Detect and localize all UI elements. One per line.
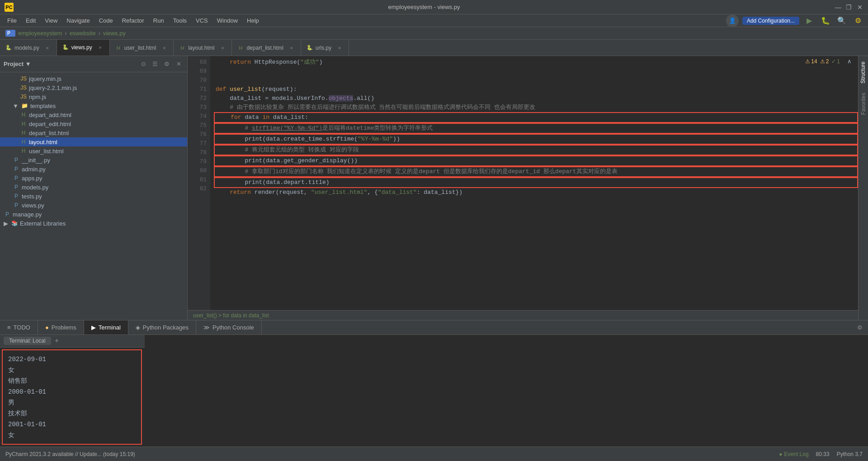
terminal-icon: ▶ bbox=[91, 324, 96, 331]
code-line-71: def user_list(request): bbox=[214, 85, 858, 94]
search-everywhere-button[interactable]: 🔍 bbox=[835, 14, 848, 27]
tab-layout-html[interactable]: H layout.html × bbox=[174, 40, 232, 56]
update-notification[interactable]: PyCharm 2021.3.2 available // Update... … bbox=[5, 451, 135, 457]
menu-file[interactable]: File bbox=[4, 16, 20, 25]
code-area[interactable]: return HttpResponse("成功") def user_list(… bbox=[210, 56, 858, 310]
folder-chevron-down: ▼ bbox=[13, 103, 19, 109]
tree-item-manage[interactable]: P manage.py bbox=[0, 210, 187, 219]
titlebar-left: PC bbox=[5, 3, 14, 12]
tab-models-close[interactable]: × bbox=[44, 44, 51, 52]
minimize-button[interactable]: — bbox=[835, 4, 842, 11]
tab-urls-close[interactable]: × bbox=[336, 44, 343, 52]
py-file-icon-4: P bbox=[13, 183, 20, 191]
tab-user-close[interactable]: × bbox=[160, 44, 168, 52]
code-breadcrumb: user_list() > for data in data_list bbox=[188, 310, 858, 320]
code-content[interactable]: 68 69 70 71 72 73 74 75 76 77 78 79 80 8… bbox=[188, 56, 858, 310]
menu-window[interactable]: Window bbox=[213, 16, 241, 25]
menu-tools[interactable]: Tools bbox=[170, 16, 190, 25]
python-console-icon: ≫ bbox=[203, 324, 210, 331]
tree-item-depart-list[interactable]: H depart_list.html bbox=[0, 128, 187, 137]
breadcrumb-sep-2: › bbox=[99, 30, 100, 37]
debug-button[interactable]: 🐛 bbox=[819, 14, 832, 27]
breadcrumb-project[interactable]: employeesystem bbox=[18, 30, 62, 37]
python-console-label: Python Console bbox=[212, 324, 254, 331]
code-line-81: return render(request, "user_list.html",… bbox=[214, 188, 858, 197]
menubar: File Edit View Navigate Code Refactor Ru… bbox=[0, 14, 868, 27]
tree-item-depart-edit[interactable]: H depart_edit.html bbox=[0, 119, 187, 128]
tab-models-py[interactable]: 🐍 models.py × bbox=[0, 40, 57, 56]
cursor-position[interactable]: 80:33 bbox=[816, 451, 830, 457]
tab-user-list-html[interactable]: H user_list.html × bbox=[110, 40, 174, 56]
tree-item-external-libs[interactable]: ▶ 📚 External Libraries bbox=[0, 219, 187, 228]
close-button[interactable]: ✕ bbox=[856, 4, 863, 11]
tree-label: External Libraries bbox=[20, 220, 66, 227]
python-version[interactable]: Python 3.7 bbox=[837, 451, 863, 457]
py-icon-2: 🐍 bbox=[62, 44, 69, 51]
python-console-tab[interactable]: ≫ Python Console bbox=[196, 320, 262, 334]
tree-item-layout[interactable]: H layout.html bbox=[0, 137, 187, 146]
bottom-settings-btn[interactable]: ⚙ bbox=[852, 320, 868, 334]
problems-tab[interactable]: ● Problems bbox=[38, 320, 84, 334]
tree-item-user-list[interactable]: H user_list.html bbox=[0, 146, 187, 155]
sidebar-expand-btn[interactable]: ☰ bbox=[150, 59, 160, 69]
tab-views-close[interactable]: × bbox=[97, 44, 104, 51]
maximize-button[interactable]: ❐ bbox=[845, 4, 853, 11]
menu-run[interactable]: Run bbox=[150, 16, 168, 25]
menu-vcs[interactable]: VCS bbox=[192, 16, 212, 25]
favorites-tab[interactable]: Favorites bbox=[859, 89, 868, 118]
menu-navigate[interactable]: Navigate bbox=[63, 16, 93, 25]
sidebar-close-btn[interactable]: ✕ bbox=[174, 59, 184, 69]
code-breadcrumb-text: user_list() > for data in data_list bbox=[193, 312, 269, 319]
code-line-80: print(data.depart.title) bbox=[214, 177, 858, 188]
tab-layout-close[interactable]: × bbox=[219, 44, 226, 52]
terminal-output[interactable]: 2022-09-01 女 销售部 2000-01-01 男 技术部 2001-0… bbox=[2, 349, 142, 445]
terminal-line-7: 2001-01-01 bbox=[8, 419, 136, 430]
event-log[interactable]: ● Event Log bbox=[779, 451, 808, 457]
tab-depart-close[interactable]: × bbox=[288, 44, 295, 52]
user-avatar[interactable]: 👤 bbox=[726, 14, 739, 27]
add-configuration-button[interactable]: Add Configuration... bbox=[742, 17, 799, 25]
tree-item-models[interactable]: P models.py bbox=[0, 183, 187, 192]
sidebar-scope-btn[interactable]: ⊙ bbox=[138, 59, 148, 69]
menu-refactor[interactable]: Refactor bbox=[118, 16, 148, 25]
error-count: ⚠ 2 bbox=[820, 58, 829, 65]
menu-view[interactable]: View bbox=[41, 16, 61, 25]
terminal-label: Terminal bbox=[99, 324, 121, 331]
sidebar: Project ▼ ⊙ ☰ ⚙ ✕ JS jquery.min.js JS jq… bbox=[0, 56, 188, 320]
menu-edit[interactable]: Edit bbox=[22, 16, 39, 25]
tab-urls-label: urls.py bbox=[316, 45, 331, 51]
todo-tab[interactable]: ≡ TODO bbox=[0, 320, 38, 334]
code-line-73: # 由于数据比较复杂 所以需要在后端进行调试数据格式 当然在可能前后端数据格式调… bbox=[214, 103, 858, 112]
tree-item-init[interactable]: P __init__.py bbox=[0, 155, 187, 165]
tree-item-npm[interactable]: JS npm.js bbox=[0, 92, 187, 101]
tab-views-py[interactable]: 🐍 views.py × bbox=[57, 40, 110, 56]
bottom-content: Terminal: Local + 2022-09-01 女 销售部 2000-… bbox=[0, 335, 868, 447]
scroll-up-btn[interactable]: ∧ bbox=[847, 58, 852, 65]
tree-item-tests[interactable]: P tests.py bbox=[0, 192, 187, 201]
py-icon: 🐍 bbox=[5, 45, 12, 51]
terminal-line-8: 女 bbox=[8, 430, 136, 441]
code-line-70 bbox=[214, 76, 858, 85]
tree-item-apps[interactable]: P apps.py bbox=[0, 174, 187, 183]
structure-tab[interactable]: Structure bbox=[858, 58, 868, 87]
settings-gear-button[interactable]: ⚙ bbox=[852, 14, 864, 27]
tab-depart-list-html[interactable]: H depart_list.html × bbox=[232, 40, 301, 56]
tree-item-jquery-min[interactable]: JS jquery.min.js bbox=[0, 74, 187, 83]
project-icon[interactable]: P bbox=[5, 30, 15, 37]
breadcrumb-eswebsite[interactable]: eswebsite bbox=[70, 30, 96, 37]
tree-item-views[interactable]: P views.py bbox=[0, 201, 187, 210]
tree-item-admin[interactable]: P admin.py bbox=[0, 165, 187, 174]
tab-urls-py[interactable]: 🐍 urls.py × bbox=[301, 40, 349, 56]
menu-help[interactable]: Help bbox=[243, 16, 263, 25]
sidebar-gear-btn[interactable]: ⚙ bbox=[162, 59, 172, 69]
terminal-local-tab[interactable]: Terminal: Local bbox=[4, 337, 51, 345]
tree-item-jquery221[interactable]: JS jquery-2.2.1.min.js bbox=[0, 83, 187, 92]
terminal-tab[interactable]: ▶ Terminal bbox=[84, 320, 128, 334]
breadcrumb-views[interactable]: views.py bbox=[103, 30, 126, 37]
tree-item-depart-add[interactable]: H depart_add.html bbox=[0, 110, 187, 119]
python-packages-tab[interactable]: ◈ Python Packages bbox=[128, 320, 196, 334]
tree-item-templates-folder[interactable]: ▼ 📁 templates bbox=[0, 101, 187, 110]
run-button[interactable]: ▶ bbox=[803, 14, 816, 27]
menu-code[interactable]: Code bbox=[95, 16, 117, 25]
terminal-add-btn[interactable]: + bbox=[55, 337, 59, 345]
